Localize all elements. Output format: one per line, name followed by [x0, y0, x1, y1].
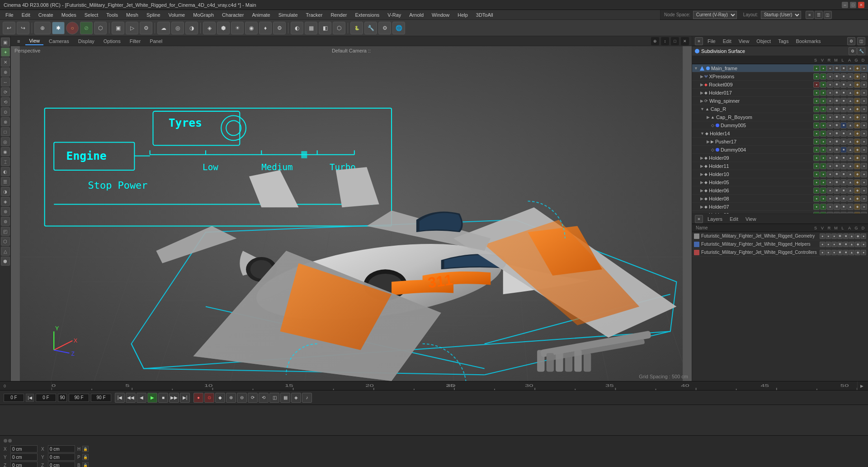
layer-row-controllers[interactable]: Futuristic_Military_Fighter_Jet_White_Ri…	[692, 248, 868, 257]
viewport-tab-panel[interactable]: Panel	[146, 38, 166, 45]
coord-y-input[interactable]	[10, 453, 38, 461]
layout-icon-1[interactable]: ≡	[806, 11, 814, 19]
obj-tab-view[interactable]: View	[736, 38, 752, 45]
tool-add[interactable]: ⊕	[1, 67, 10, 76]
transport-go-end[interactable]: ▶|	[180, 393, 190, 403]
menu-item-mesh[interactable]: Mesh	[123, 11, 142, 19]
tool-select[interactable]: ▣	[1, 38, 10, 47]
node-space-select[interactable]: Current (V-Ray)	[693, 11, 737, 19]
tool-cross[interactable]: ✕	[1, 57, 10, 67]
menu-item-tools[interactable]: Tools	[103, 11, 122, 19]
tool-target[interactable]: ⊙	[1, 107, 10, 116]
menu-item-create[interactable]: Create	[35, 11, 57, 19]
obj-row-rocket009[interactable]: ▶ ◆ Rocket009 ● ● ● ✱ ■ ▲ ◆ ●	[692, 81, 868, 89]
layout-icon-2[interactable]: ☰	[815, 11, 823, 19]
layers-tab-edit[interactable]: Edit	[727, 215, 741, 223]
transform-button[interactable]: ✱	[52, 22, 65, 34]
coord-sy-input[interactable]	[48, 453, 75, 461]
coord-sz-input[interactable]	[48, 462, 75, 467]
viewport-tab-filter[interactable]: Filter	[126, 38, 144, 45]
menu-item-simulate[interactable]: Simulate	[275, 11, 302, 19]
obj-row-main-frame[interactable]: ▼ Main_frame ● ● ● ✱ ■ ▲ ◆ ●	[692, 64, 868, 72]
tool-star[interactable]: ⊛	[1, 207, 10, 216]
timeline-tracks[interactable]	[0, 405, 868, 435]
transport-play[interactable]: ▶	[147, 393, 157, 403]
obj-row-xpressions[interactable]: ▶ Ψ XPressions ● ● ● ✱ ■ ▲ ◆ ●	[692, 72, 868, 81]
obj-tab-tags[interactable]: Tags	[775, 38, 791, 45]
render3-button[interactable]: ◑	[185, 22, 198, 34]
tool-outline[interactable]: ◎	[1, 137, 10, 146]
coord-z-input[interactable]	[10, 462, 38, 467]
current-frame-input[interactable]	[4, 394, 24, 402]
grid-button[interactable]: ⚙	[273, 22, 286, 34]
obj-row-holder017[interactable]: ▶ ◆ Holder017 ● ● ● ✱ ■ ▲ ◆ ●	[692, 89, 868, 97]
minimize-button[interactable]: –	[842, 2, 848, 8]
render-button[interactable]: ☁	[157, 22, 170, 34]
menu-item-select[interactable]: Select	[81, 11, 102, 19]
tool-circle[interactable]: ⊗	[1, 117, 10, 126]
menu-item-tracker[interactable]: Tracker	[302, 11, 326, 19]
tool-ring[interactable]: ⊚	[1, 217, 10, 226]
preview-btn[interactable]: ▦	[280, 393, 290, 403]
obj-row-holder05[interactable]: ▶ ◆ Holder05 ● ● ● ✱ ■ ▲ ◆ ●	[692, 178, 868, 186]
minus-btn[interactable]: ⊖	[237, 393, 247, 403]
obj-row-holder11[interactable]: ▶ ◆ Holder11 ● ● ● ✱ ■ ▲ ◆ ●	[692, 162, 868, 170]
end-frame-input[interactable]	[69, 394, 89, 402]
cam-button[interactable]: ◉	[245, 22, 258, 34]
menu-item-file[interactable]: File	[2, 11, 17, 19]
obj-row-pusher17[interactable]: ▶ ▶ Pusher17 ● ● ● ✱ ■ ▲ ◆ ●	[692, 138, 868, 146]
snap-btn[interactable]: ◫	[269, 393, 279, 403]
transport-next[interactable]: ▶▶	[169, 393, 179, 403]
snap-button[interactable]: ♦	[259, 22, 272, 34]
tool-quad[interactable]: ◈	[1, 197, 10, 206]
auto-key-btn[interactable]: ⊙	[204, 393, 214, 403]
obj-row-dummy005[interactable]: ◇ Dummy005 ● ● ● ✱ ■ ▲ ◆ ●	[692, 121, 868, 129]
obj-row-cap-r-boyyom[interactable]: ▶ ▲ Cap_R_Boyyom ● ● ● ✱ ■ ▲ ◆ ●	[692, 113, 868, 121]
menu-item-mograph[interactable]: MoGraph	[189, 11, 217, 19]
obj-row-holder08[interactable]: ▶ ◆ Holder08 ● ● ● ✱ ■ ▲ ◆ ●	[692, 195, 868, 203]
python-button[interactable]: 🐍	[350, 22, 363, 34]
menu-item-v-ray[interactable]: V-Ray	[384, 11, 405, 19]
tool-undo[interactable]: ⟲	[1, 97, 10, 106]
viewport-tab-view[interactable]: View	[25, 37, 43, 45]
viewport-icon-4[interactable]: ✕	[681, 37, 689, 45]
layers-menu-icon[interactable]: ≡	[695, 215, 703, 223]
subdiv-icon-2[interactable]: 🔧	[857, 47, 865, 55]
view1-button[interactable]: ◐	[291, 22, 303, 34]
coord-sx-input[interactable]	[48, 445, 75, 453]
menu-item-help[interactable]: Help	[454, 11, 472, 19]
lock-p-btn[interactable]: 🔒	[82, 454, 89, 460]
plugin-button[interactable]: ⚙	[378, 22, 391, 34]
viewport-tab-display[interactable]: Display	[75, 38, 98, 45]
obj-manager-menu-icon[interactable]: ≡	[695, 37, 703, 45]
tex-button[interactable]: ⬢	[217, 22, 230, 34]
tool-rect[interactable]: □	[1, 127, 10, 136]
tool-half2[interactable]: ◑	[1, 187, 10, 196]
mat-button[interactable]: ◈	[203, 22, 216, 34]
object-tree[interactable]: ▼ Main_frame ● ● ● ✱ ■ ▲ ◆ ●	[692, 64, 868, 214]
menu-item-edit[interactable]: Edit	[18, 11, 34, 19]
loop-btn[interactable]: ⟲	[259, 393, 269, 403]
menu-item-animate[interactable]: Animate	[248, 11, 274, 19]
viewport-icon-2[interactable]: ↕	[661, 37, 669, 45]
menu-item-modes[interactable]: Modes	[58, 11, 80, 19]
tool-corner[interactable]: ◰	[1, 227, 10, 236]
tool-half[interactable]: ◐	[1, 167, 10, 176]
light-button[interactable]: ☀	[231, 22, 244, 34]
redo-button[interactable]: ↪	[17, 22, 29, 34]
layer-row-geometry[interactable]: Futuristic_Military_Fighter_Jet_White_Ri…	[692, 232, 868, 240]
fps-btn[interactable]: ⟳	[248, 393, 258, 403]
view3-button[interactable]: ◧	[319, 22, 331, 34]
menu-item-volume[interactable]: Volume	[165, 11, 189, 19]
tool-move[interactable]: ✦	[1, 48, 10, 57]
menu-item-spline[interactable]: Spline	[143, 11, 164, 19]
tool-hex[interactable]: ⬡	[1, 237, 10, 246]
motion-btn[interactable]: ◈	[291, 393, 301, 403]
lock-b-btn[interactable]: 🔒	[82, 462, 89, 467]
coord-x-input[interactable]	[10, 445, 38, 453]
viewport-menu-icon[interactable]: ≡	[14, 38, 24, 45]
obj-row-holder10[interactable]: ▶ ◆ Holder10 ● ● ● ✱ ■ ▲ ◆ ●	[692, 170, 868, 178]
obj-row-holder09[interactable]: ▶ ◆ Holder09 ● ● ● ✱ ■ ▲ ◆ ●	[692, 154, 868, 162]
tool-arrow[interactable]: ↔	[1, 77, 10, 86]
layers-tab-view[interactable]: View	[743, 215, 759, 223]
